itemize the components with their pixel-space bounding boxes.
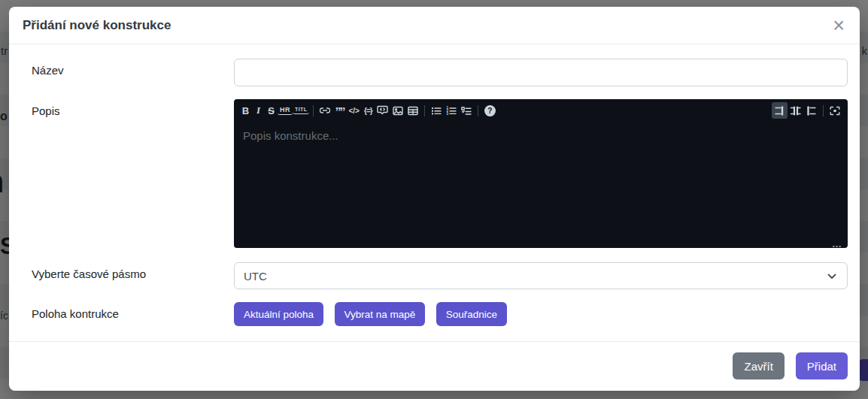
horizontal-rule-icon[interactable]: HR xyxy=(278,106,293,115)
name-input[interactable] xyxy=(234,59,848,86)
coordinates-button[interactable]: Souřadnice xyxy=(436,302,507,326)
unordered-list-icon[interactable] xyxy=(429,102,444,119)
description-label: Popis xyxy=(21,99,234,248)
quote-icon[interactable]: ”” xyxy=(332,102,346,119)
mode-preview-only-icon[interactable] xyxy=(803,102,819,119)
description-row: Popis B I S HR TITL ”” </> xyxy=(21,99,848,248)
timezone-row: Vyberte časové pásmo UTC xyxy=(21,262,848,289)
link-icon[interactable] xyxy=(317,102,332,119)
help-icon[interactable]: ? xyxy=(482,102,498,119)
location-label: Poloha kontrukce xyxy=(21,302,234,326)
name-label: Název xyxy=(21,59,234,86)
editor-placeholder: Popis konstrukce... xyxy=(243,129,839,142)
modal-title: Přidání nové konstrukce xyxy=(23,18,171,33)
toolbar-divider xyxy=(478,105,478,116)
timezone-selected-value: UTC xyxy=(244,270,267,283)
strikethrough-icon[interactable]: S xyxy=(265,102,278,119)
image-icon[interactable] xyxy=(390,102,405,119)
bold-icon[interactable]: B xyxy=(239,102,252,119)
modal-body: Název Popis B I S HR TITL xyxy=(9,44,860,341)
editor-resize-handle[interactable]: … xyxy=(832,238,842,249)
message-code-icon[interactable] xyxy=(375,102,390,119)
close-button[interactable]: Zavřít xyxy=(733,352,784,379)
markdown-editor: B I S HR TITL ”” </> {=} xyxy=(234,99,848,248)
location-row: Poloha kontrukce Aktuální poloha Vybrat … xyxy=(21,302,848,326)
table-icon[interactable] xyxy=(405,102,420,119)
task-list-icon[interactable] xyxy=(459,102,474,119)
modal-footer: Zavřít Přidat xyxy=(9,341,860,391)
italic-icon[interactable]: I xyxy=(252,102,265,119)
name-row: Název xyxy=(21,59,848,86)
pick-on-map-button[interactable]: Vybrat na mapě xyxy=(335,302,426,326)
add-construction-modal: Přidání nové konstrukce × Název Popis B … xyxy=(9,7,860,391)
mode-edit-only-icon[interactable] xyxy=(772,102,788,119)
modal-header: Přidání nové konstrukce × xyxy=(9,7,860,44)
chevron-down-icon xyxy=(827,271,837,284)
timezone-select[interactable]: UTC xyxy=(234,262,848,289)
editor-content-area[interactable]: Popis konstrukce... … xyxy=(234,122,848,248)
toolbar-divider xyxy=(313,105,314,116)
editor-toolbar: B I S HR TITL ”” </> {=} xyxy=(234,99,848,122)
timezone-label: Vyberte časové pásmo xyxy=(21,262,234,289)
svg-text:3: 3 xyxy=(446,112,448,116)
mode-split-icon[interactable] xyxy=(788,102,803,119)
ordered-list-icon[interactable]: 123 xyxy=(444,102,459,119)
code-block-icon[interactable]: {=} xyxy=(362,102,375,119)
inline-code-icon[interactable]: </> xyxy=(346,102,361,119)
close-icon[interactable]: × xyxy=(833,17,845,34)
submit-button[interactable]: Přidat xyxy=(796,352,848,379)
toolbar-divider xyxy=(823,105,824,116)
toolbar-divider xyxy=(424,105,425,116)
title-icon[interactable]: TITL xyxy=(293,107,309,114)
fullscreen-icon[interactable] xyxy=(827,102,842,119)
current-location-button[interactable]: Aktuální poloha xyxy=(234,302,323,326)
